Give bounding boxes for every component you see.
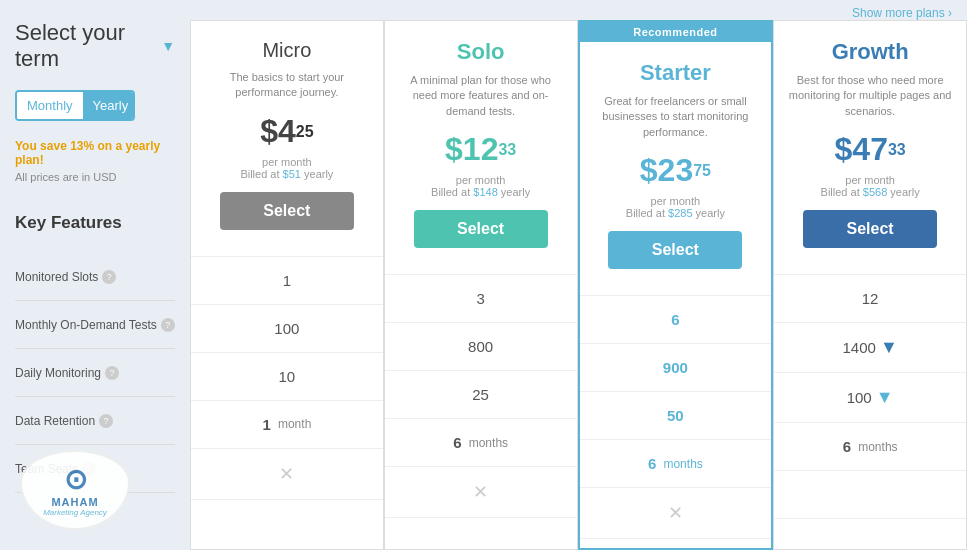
- plan-features-growth: 12 1400 ▼ 100 ▼ 6 months: [774, 275, 966, 549]
- plan-name-growth: Growth: [786, 39, 954, 65]
- feature-monitored-slots-starter: 6: [580, 296, 772, 344]
- feature-team-seats-growth: [774, 471, 966, 519]
- recommended-badge: Recommended: [580, 22, 772, 42]
- price-main-starter: $23: [640, 152, 693, 188]
- plan-header-growth: Growth Best for those who need more moni…: [774, 21, 966, 275]
- plan-header-solo: Solo A minimal plan for those who need m…: [385, 21, 577, 275]
- select-btn-starter[interactable]: Select: [608, 231, 742, 269]
- select-btn-micro[interactable]: Select: [220, 192, 354, 230]
- feature-data-retention-starter: 6 months: [580, 440, 772, 488]
- per-month-micro: per month: [203, 156, 371, 168]
- feature-label-monthly-tests: Monthly On-Demand Tests ?: [15, 301, 175, 349]
- dropdown-icon: ▼: [161, 38, 175, 54]
- feature-monitored-slots-growth: 12: [774, 275, 966, 323]
- arrow-down-icon-2: ▼: [876, 387, 894, 408]
- plan-header-starter: Starter Great for freelancers or small b…: [580, 42, 772, 296]
- currency-note: All prices are in USD: [15, 171, 175, 183]
- daily-monitoring-help-icon[interactable]: ?: [105, 366, 119, 380]
- plan-price-solo: $1233: [397, 131, 565, 168]
- feature-daily-monitoring-solo: 25: [385, 371, 577, 419]
- arrow-down-icon-1: ▼: [880, 337, 898, 358]
- watermark-logo-circle: ⊙: [64, 463, 86, 496]
- plan-desc-growth: Best for those who need more monitoring …: [786, 73, 954, 119]
- feature-monthly-tests-solo: 800: [385, 323, 577, 371]
- per-month-starter: per month: [592, 195, 760, 207]
- feature-team-seats-micro: ✕: [191, 449, 383, 500]
- feature-monitored-slots-micro: 1: [191, 257, 383, 305]
- savings-text: You save 13% on a yearly plan!: [15, 139, 175, 167]
- plan-desc-solo: A minimal plan for those who need more f…: [397, 73, 565, 119]
- feature-monthly-tests-starter: 900: [580, 344, 772, 392]
- plan-desc-micro: The basics to start your performance jou…: [203, 70, 371, 101]
- plan-name-solo: Solo: [397, 39, 565, 65]
- price-cents-starter: 75: [693, 162, 711, 179]
- feature-daily-monitoring-starter: 50: [580, 392, 772, 440]
- plan-name-micro: Micro: [203, 39, 371, 62]
- yearly-toggle-btn[interactable]: Yearly: [83, 92, 135, 119]
- feature-monthly-tests-micro: 100: [191, 305, 383, 353]
- price-main-growth: $47: [835, 131, 888, 167]
- billed-at-micro: Billed at $51 yearly: [203, 168, 371, 180]
- main-content: Show more plans › Micro The basics to st…: [190, 0, 967, 550]
- plan-name-starter: Starter: [592, 60, 760, 86]
- billed-at-starter: Billed at $285 yearly: [592, 207, 760, 219]
- feature-team-seats-solo: ✕: [385, 467, 577, 518]
- feature-label-monitored-slots: Monitored Slots ?: [15, 253, 175, 301]
- plan-price-growth: $4733: [786, 131, 954, 168]
- plan-header-micro: Micro The basics to start your performan…: [191, 21, 383, 257]
- plan-card-solo: Solo A minimal plan for those who need m…: [384, 20, 578, 550]
- plan-features-solo: 3 800 25 6 months ✕: [385, 275, 577, 549]
- feature-daily-monitoring-growth: 100 ▼: [774, 373, 966, 423]
- plan-card-growth: Growth Best for those who need more moni…: [773, 20, 967, 550]
- monthly-tests-help-icon[interactable]: ?: [161, 318, 175, 332]
- plan-price-starter: $2375: [592, 152, 760, 189]
- feature-daily-monitoring-micro: 10: [191, 353, 383, 401]
- feature-label-daily-monitoring: Daily Monitoring ?: [15, 349, 175, 397]
- plans-area: Micro The basics to start your performan…: [190, 20, 967, 550]
- plan-desc-starter: Great for freelancers or small businesse…: [592, 94, 760, 140]
- price-cents-micro: 25: [296, 122, 314, 139]
- feature-team-seats-starter: ✕: [580, 488, 772, 539]
- monitored-slots-help-icon[interactable]: ?: [102, 270, 116, 284]
- billed-at-solo: Billed at $148 yearly: [397, 186, 565, 198]
- key-features-title: Key Features: [15, 213, 175, 233]
- feature-monthly-tests-growth: 1400 ▼: [774, 323, 966, 373]
- price-cents-solo: 33: [498, 141, 516, 158]
- show-more-plans-link[interactable]: Show more plans ›: [852, 6, 967, 20]
- price-main-micro: $4: [260, 113, 296, 149]
- plan-features-starter: 6 900 50 6 months ✕: [580, 296, 772, 548]
- feature-data-retention-solo: 6 months: [385, 419, 577, 467]
- billed-at-growth: Billed at $568 yearly: [786, 186, 954, 198]
- watermark-tagline: Marketing Agency: [43, 508, 107, 517]
- plan-card-micro: Micro The basics to start your performan…: [190, 20, 384, 550]
- select-btn-solo[interactable]: Select: [414, 210, 548, 248]
- feature-data-retention-micro: 1 month: [191, 401, 383, 449]
- page-title: Select your term ▼: [15, 20, 175, 72]
- feature-monitored-slots-solo: 3: [385, 275, 577, 323]
- price-cents-growth: 33: [888, 141, 906, 158]
- plans-header: Show more plans ›: [190, 0, 967, 20]
- per-month-solo: per month: [397, 174, 565, 186]
- data-retention-help-icon[interactable]: ?: [99, 414, 113, 428]
- select-btn-growth[interactable]: Select: [803, 210, 937, 248]
- feature-data-retention-growth: 6 months: [774, 423, 966, 471]
- monthly-toggle-btn[interactable]: Monthly: [17, 92, 83, 119]
- plan-features-micro: 1 100 10 1 month ✕: [191, 257, 383, 549]
- per-month-growth: per month: [786, 174, 954, 186]
- price-main-solo: $12: [445, 131, 498, 167]
- plan-price-micro: $425: [203, 113, 371, 150]
- feature-label-data-retention: Data Retention ?: [15, 397, 175, 445]
- plan-card-starter: Recommended Starter Great for freelancer…: [578, 20, 774, 550]
- watermark-brand: MAHAM: [51, 496, 98, 508]
- billing-toggle[interactable]: Monthly Yearly: [15, 90, 135, 121]
